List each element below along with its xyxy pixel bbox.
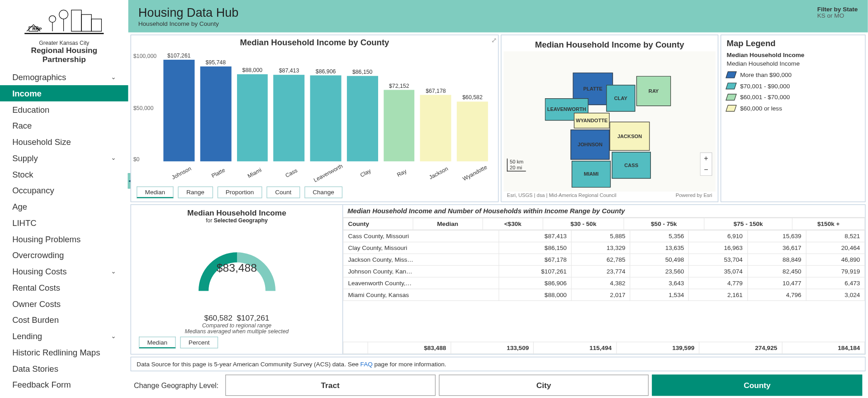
state-filter[interactable]: Filter by State KS or MO <box>817 5 858 19</box>
bar-jackson[interactable]: $67,178 <box>420 53 451 161</box>
bar-tab-range[interactable]: Range <box>178 187 213 198</box>
map-canvas[interactable]: 50 km20 mi + − PLATTECLAYRAYLEAVENWORTHW… <box>503 51 716 191</box>
geo-button-tract[interactable]: Tract <box>225 374 436 396</box>
nav-item-income[interactable]: Income <box>0 86 128 102</box>
filter-value: KS or MO <box>817 12 858 19</box>
nav-item-feedback-form[interactable]: Feedback Form <box>0 377 128 393</box>
gauge-subtitle: for Selected Geography <box>134 217 339 224</box>
table-cell: 3,024 <box>806 289 865 301</box>
map-county-wyandotte[interactable]: WYANDOTTE <box>574 113 610 129</box>
bar-miami[interactable]: $88,000 <box>237 53 268 161</box>
nav-item-household-size[interactable]: Household Size <box>0 134 128 150</box>
nav-item-faq[interactable]: FAQ <box>0 393 128 398</box>
map-county-johnson[interactable]: JOHNSON <box>570 129 609 160</box>
y-tick: $100,000 <box>133 53 157 60</box>
zoom-out-icon[interactable]: − <box>701 164 712 176</box>
table-cell: 20,464 <box>806 242 865 254</box>
map-county-cass[interactable]: CASS <box>612 152 651 178</box>
bar-chart-title: Median Household Income by County <box>131 35 498 49</box>
table-cell: 5,356 <box>630 230 689 242</box>
nav-item-occupancy[interactable]: Occupancy <box>0 182 128 199</box>
sidebar: RHP Greater Kansas City Regional Housing… <box>0 0 128 398</box>
table-row[interactable]: Clay County, Missouri$86,15013,32913,635… <box>343 242 865 254</box>
table-row[interactable]: Miami County, Kansas$88,0002,0171,5342,1… <box>343 289 865 301</box>
nav-item-rental-costs[interactable]: Rental Costs <box>0 280 128 296</box>
bar-wyandotte[interactable]: $60,582 <box>457 53 488 161</box>
table-cell: 53,704 <box>689 254 748 265</box>
table-row[interactable]: Jackson County, Miss…$67,17862,78550,498… <box>343 254 865 265</box>
nav-item-stock[interactable]: Stock <box>0 166 128 182</box>
nav-item-cost-burden[interactable]: Cost Burden <box>0 312 128 328</box>
bar-value-label: $86,906 <box>316 68 336 74</box>
table-cell: 36,617 <box>747 242 806 254</box>
y-tick: $0 <box>133 156 140 163</box>
table-row[interactable]: Cass County, Missouri$87,4135,8855,3566,… <box>343 230 865 242</box>
table-row[interactable]: Leavenworth County,…$86,9064,3823,6434,7… <box>343 277 865 289</box>
table-cell: 10,477 <box>747 277 806 289</box>
logo-subtext: Greater Kansas City <box>10 40 118 46</box>
map-county-miami[interactable]: MIAMI <box>572 161 611 187</box>
bar-ray[interactable]: $72,152 <box>384 53 415 161</box>
bar-johnson[interactable]: $107,261 <box>163 53 194 161</box>
bar-clay[interactable]: $86,150 <box>347 53 378 161</box>
table-header[interactable]: $150k + <box>792 218 865 230</box>
table-cell: $87,413 <box>498 230 571 242</box>
nav-item-historic-redlining-maps[interactable]: Historic Redlining Maps <box>0 345 128 361</box>
svg-text:RHP: RHP <box>33 26 42 31</box>
focus-mode-icon[interactable]: ⤢ <box>491 36 497 44</box>
bar-value-label: $95,748 <box>205 59 226 66</box>
bar-platte[interactable]: $95,748 <box>200 53 231 161</box>
gauge-tab-percent[interactable]: Percent <box>180 336 218 348</box>
bar-tab-change[interactable]: Change <box>304 187 343 198</box>
map-county-ray[interactable]: RAY <box>636 76 671 106</box>
table-header[interactable]: $30 - 50k <box>543 218 624 230</box>
legend-row: $70,001 - $90,000 <box>727 82 859 89</box>
table-cell: 88,849 <box>747 254 806 265</box>
nav-item-owner-costs[interactable]: Owner Costs <box>0 296 128 312</box>
bar-rect <box>384 90 415 162</box>
nav-item-housing-costs[interactable]: Housing Costs⌄ <box>0 264 128 280</box>
table-cell: 2,017 <box>571 289 630 301</box>
table-header[interactable]: Median <box>413 218 483 230</box>
y-tick: $50,000 <box>133 105 154 111</box>
gauge-tab-median[interactable]: Median <box>139 336 175 348</box>
nav-item-demographics[interactable]: Demographics⌄ <box>0 69 128 86</box>
geo-button-county[interactable]: County <box>652 374 863 396</box>
table-header[interactable]: <$30k <box>483 218 543 230</box>
table-footer-cell: 274,925 <box>699 342 782 354</box>
table-header[interactable]: $50 - 75k <box>624 218 704 230</box>
bar-tab-median[interactable]: Median <box>137 187 173 198</box>
geo-button-city[interactable]: City <box>439 374 649 396</box>
table-cell: 1,534 <box>630 289 689 301</box>
map-county-clay[interactable]: CLAY <box>606 85 635 111</box>
bar-cass[interactable]: $87,413 <box>274 53 305 161</box>
table-cell: 23,560 <box>630 265 689 277</box>
table-header[interactable]: $75 - 150k <box>704 218 792 230</box>
table-cell: Cass County, Missouri <box>343 230 498 242</box>
table-cell: 16,963 <box>689 242 748 254</box>
map-county-jackson[interactable]: JACKSON <box>610 122 650 151</box>
nav-item-lihtc[interactable]: LIHTC <box>0 215 128 231</box>
nav-item-supply[interactable]: Supply⌄ <box>0 150 128 167</box>
nav-item-lending[interactable]: Lending⌄ <box>0 328 128 345</box>
faq-link[interactable]: FAQ <box>360 361 373 368</box>
table-cell: 62,785 <box>571 254 630 265</box>
table-footer-cell: 139,599 <box>617 342 699 354</box>
table-header[interactable]: County <box>343 218 413 230</box>
nav-item-overcrowding[interactable]: Overcrowding <box>0 247 128 264</box>
nav-item-education[interactable]: Education <box>0 101 128 118</box>
table-cell: 4,796 <box>747 289 806 301</box>
bar-value-label: $86,150 <box>352 69 373 75</box>
svg-rect-1 <box>81 14 91 31</box>
nav-item-age[interactable]: Age <box>0 199 128 215</box>
bar-rect <box>310 75 342 161</box>
bar-leavenworth[interactable]: $86,906 <box>310 53 342 161</box>
nav-item-housing-problems[interactable]: Housing Problems <box>0 231 128 247</box>
bar-tab-proportion[interactable]: Proportion <box>217 187 262 198</box>
nav-item-race[interactable]: Race <box>0 118 128 134</box>
bar-chart-tabs: MedianRangeProportionCountChange <box>131 183 498 201</box>
zoom-in-icon[interactable]: + <box>701 153 712 164</box>
bar-tab-count[interactable]: Count <box>267 187 300 198</box>
table-row[interactable]: Johnson County, Kan…$107,26123,77423,560… <box>343 265 865 277</box>
nav-item-data-stories[interactable]: Data Stories <box>0 361 128 377</box>
